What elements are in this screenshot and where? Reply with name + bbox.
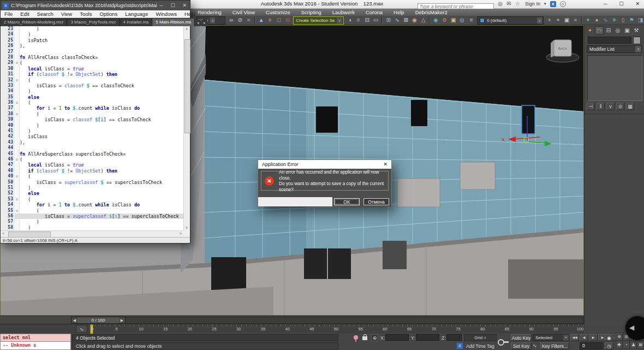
scroll-left-icon[interactable]: < — [1, 231, 6, 236]
editor-menu-edit[interactable]: Edit — [16, 11, 33, 17]
scroll-up-icon[interactable]: ∧ — [184, 26, 189, 32]
favorites-icon[interactable]: ☆ — [514, 0, 521, 8]
populate-icon[interactable]: ● — [593, 16, 600, 24]
close-button[interactable]: ✕ — [635, 1, 640, 7]
time-configuration-button[interactable]: ◷ — [605, 342, 613, 349]
next-frame-arrow[interactable]: ▶ — [119, 317, 125, 323]
absolute-mode-icon[interactable]: ⊕ — [371, 334, 378, 341]
menu-civil-view[interactable]: Civil View — [227, 9, 260, 16]
schematic-view-icon[interactable]: ⊠ — [402, 16, 409, 24]
menu-scripting[interactable]: Scripting — [296, 9, 327, 16]
pan-icon[interactable]: ✚ — [616, 341, 623, 349]
scroll-down-icon[interactable]: ∨ — [184, 225, 189, 230]
editor-tab[interactable]: 3 Macro_PolyTools.mcr — [67, 19, 120, 26]
hair-icon[interactable]: ▯ — [619, 16, 627, 24]
display-tab[interactable]: ▣ — [623, 26, 631, 34]
create-layer-icon[interactable]: + — [546, 16, 553, 24]
object-color-swatch[interactable] — [633, 37, 641, 44]
select-and-link-icon[interactable]: ∞ — [228, 16, 235, 24]
particle-flow-icon[interactable]: ∿ — [602, 16, 609, 24]
listener-line[interactable]: -- Unknown s — [0, 342, 71, 350]
menu-customize[interactable]: Customize — [260, 9, 296, 16]
select-object-icon[interactable]: ▲ — [258, 16, 265, 24]
maximize-button[interactable]: ☐ — [619, 1, 623, 7]
show-end-result-button[interactable]: ‖ — [597, 103, 605, 110]
key-mode-toggle-button[interactable]: ◉ — [605, 334, 613, 341]
modifier-stack[interactable] — [587, 55, 642, 101]
editor-tab[interactable]: 5 Main-Ribbon.ms — [152, 19, 195, 26]
massfx-icon[interactable]: ✦ — [585, 16, 592, 24]
previous-frame-arrow[interactable]: ◀ — [71, 317, 77, 323]
maximize-viewport-icon[interactable]: ⊠ — [637, 341, 644, 349]
render-setup-icon[interactable]: ⚙ — [441, 16, 448, 24]
scroll-right-icon[interactable]: > — [178, 231, 183, 236]
select-by-name-icon[interactable]: ≡ — [266, 16, 273, 24]
editor-menu-view[interactable]: View — [57, 11, 76, 17]
editor-maximize-button[interactable]: ☐ — [170, 3, 175, 8]
camera-tools-icon[interactable]: ◨ — [637, 16, 644, 24]
graphite-ribbon-icon[interactable]: ▭ — [372, 16, 379, 24]
editor-titlebar[interactable]: ≡ C:\Program Files\Autodesk\1\3ds Max 20… — [1, 1, 190, 10]
toggle-set-key-icon[interactable] — [497, 335, 510, 349]
script-listener-icon[interactable]: ≡ — [456, 342, 463, 349]
rectangular-selection-icon[interactable]: ⊡ — [275, 16, 282, 24]
mirror-icon[interactable]: ◑ — [346, 16, 353, 24]
select-layer-objects-icon[interactable]: ▣ — [563, 16, 570, 24]
object-name-field[interactable] — [588, 37, 631, 44]
current-frame-field[interactable]: 0 — [580, 342, 603, 349]
motion-tab[interactable]: ◎ — [613, 26, 622, 34]
curve-editor-icon[interactable]: ∿ — [393, 16, 401, 24]
make-unique-button[interactable]: ∨ — [606, 103, 615, 110]
manage-layers-icon[interactable]: ≡ — [468, 16, 475, 24]
zoom-icon[interactable]: ⊕ — [616, 333, 623, 341]
scrollbar-thumb[interactable] — [184, 39, 190, 133]
communication-center-icon[interactable]: ✉ — [505, 0, 512, 8]
set-key-button[interactable]: Set Key — [511, 342, 532, 349]
key-selection-dropdown[interactable]: Selected ▾ — [533, 334, 569, 341]
remove-modifier-button[interactable]: ⊘ — [616, 103, 624, 110]
time-slider-handle[interactable]: ◀ 0 / 100 ▶ — [71, 317, 126, 324]
hierarchy-tab[interactable]: ⊟ — [604, 26, 613, 34]
light-tools-icon[interactable]: ⚑ — [628, 16, 635, 24]
add-time-tag[interactable]: Add Time Tag — [466, 343, 494, 349]
time-slider-track[interactable] — [71, 317, 584, 324]
isolate-selection-icon[interactable] — [354, 335, 358, 340]
help-icon[interactable]: ? — [560, 1, 566, 7]
timeline-ruler[interactable]: 0510152025303540455055606570758085909510… — [90, 324, 584, 334]
utilities-tab[interactable]: ⚒ — [632, 26, 641, 34]
ok-button[interactable]: OK — [334, 198, 360, 205]
unlink-selection-icon[interactable]: ⊘ — [236, 16, 243, 24]
layer-dropdown[interactable]: 0 (default) ∨ — [477, 16, 544, 25]
z-coordinate-field[interactable] — [446, 334, 462, 341]
chevron-down-icon[interactable]: ▾ — [544, 0, 546, 8]
add-to-layer-icon[interactable]: + — [554, 16, 562, 24]
play-button[interactable]: ▶ — [589, 334, 598, 341]
menu-help[interactable]: Help — [388, 9, 410, 16]
rendered-frame-icon[interactable]: ▣ — [450, 16, 457, 24]
editor-minimize-button[interactable]: ─ — [159, 3, 163, 8]
cloth-icon[interactable]: ✳ — [611, 16, 618, 24]
go-to-start-button[interactable]: ◀◀ — [570, 334, 579, 341]
key-filters-button[interactable]: Key Filters... — [540, 342, 569, 349]
editor-menu-language[interactable]: Language — [121, 11, 152, 17]
align-icon[interactable]: ≡ — [355, 16, 362, 24]
scene-explorer-icon[interactable]: ⊞ — [385, 16, 392, 24]
menu-corona[interactable]: Corona — [360, 9, 388, 16]
bind-to-space-warp-icon[interactable]: ≈ — [245, 16, 252, 24]
editor-menu-options[interactable]: Options — [96, 11, 121, 17]
editor-menu-search[interactable]: Search — [33, 11, 57, 17]
dialog-titlebar[interactable]: Application Error ✕ — [258, 160, 391, 169]
pin-stack-button[interactable]: ⊣ — [587, 103, 595, 110]
material-editor-icon[interactable]: ◉ — [432, 16, 439, 24]
tab-scroll-right-icon[interactable]: ▸ — [201, 20, 207, 26]
set-current-layer-icon[interactable]: ≈ — [572, 16, 579, 24]
editor-vertical-scrollbar[interactable]: ∧ ∨ — [183, 26, 190, 230]
render-production-icon[interactable]: ◎ — [458, 16, 466, 24]
editor-close-button[interactable]: ✕ — [182, 3, 187, 8]
selection-lock-icon[interactable] — [362, 336, 367, 340]
angle-snap-icon[interactable]: △ — [420, 16, 427, 24]
previous-frame-button[interactable]: ◀ — [580, 334, 588, 341]
modifier-list-dropdown[interactable]: Modifier List ∨ — [587, 45, 642, 53]
editor-horizontal-scrollbar[interactable]: < > — [1, 230, 183, 237]
editor-tab[interactable]: 4 installer.ms — [120, 19, 153, 26]
